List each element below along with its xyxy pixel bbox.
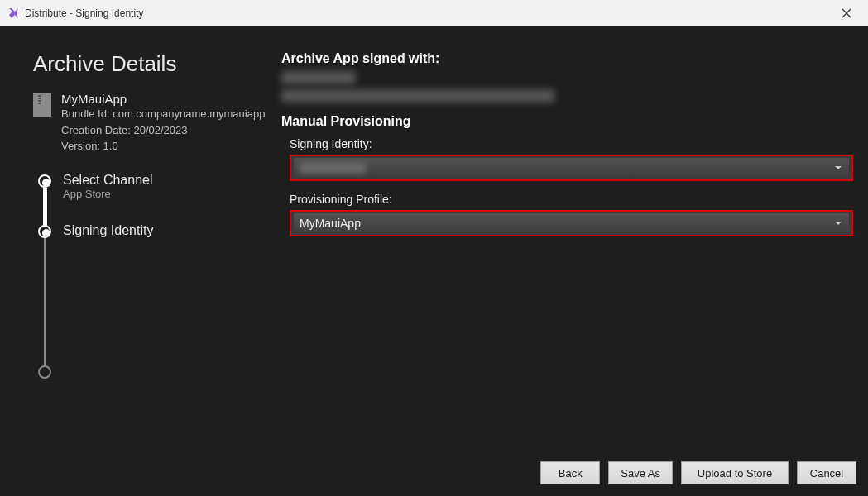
redacted-text [281, 89, 554, 103]
provisioning-profile-field: Provisioning Profile: MyMauiApp [290, 193, 853, 236]
right-panel: Archive App signed with: Manual Provisio… [281, 51, 861, 440]
signed-with-heading: Archive App signed with: [281, 51, 853, 66]
step-select-channel[interactable]: Select Channel App Store [38, 173, 281, 200]
version: Version: 1.0 [61, 138, 265, 155]
step-dot-icon [38, 365, 51, 379]
stepper: Select Channel App Store Signing Identit… [33, 173, 281, 389]
step-future [38, 364, 281, 389]
upload-to-store-button[interactable]: Upload to Store [681, 461, 789, 484]
provisioning-profile-dropdown[interactable]: MyMauiApp [290, 210, 853, 236]
chevron-down-icon [835, 166, 842, 169]
titlebar: Distribute - Signing Identity [0, 0, 868, 26]
chevron-down-icon [835, 222, 842, 225]
signing-identity-value [300, 162, 366, 174]
window-title: Distribute - Signing Identity [25, 7, 143, 19]
manual-provisioning-heading: Manual Provisioning [281, 114, 853, 129]
signing-identity-field: Signing Identity: [290, 137, 853, 181]
redacted-text [281, 71, 356, 84]
step-signing-identity[interactable]: Signing Identity [38, 223, 281, 248]
bundle-id: Bundle Id: com.companyname.mymauiapp [61, 106, 265, 122]
content-area: Archive Details MyMauiApp Bundle Id: com… [0, 26, 868, 440]
signing-identity-dropdown[interactable] [290, 155, 853, 181]
archive-icon [33, 93, 51, 117]
archive-details-heading: Archive Details [33, 51, 281, 77]
step-title: Signing Identity [63, 223, 281, 238]
cancel-button[interactable]: Cancel [797, 461, 856, 484]
back-button[interactable]: Back [540, 461, 600, 484]
save-as-button[interactable]: Save As [608, 461, 673, 484]
app-info: MyMauiApp Bundle Id: com.companyname.mym… [33, 92, 281, 155]
step-subtitle: App Store [63, 188, 281, 200]
creation-date: Creation Date: 20/02/2023 [61, 122, 265, 139]
signing-identity-label: Signing Identity: [290, 137, 853, 150]
app-icon [7, 7, 20, 20]
step-dot-icon [38, 225, 51, 238]
provisioning-profile-value: MyMauiApp [300, 217, 361, 230]
step-title: Select Channel [63, 173, 281, 188]
provisioning-profile-label: Provisioning Profile: [290, 193, 853, 206]
footer-buttons: Back Save As Upload to Store Cancel [540, 461, 856, 484]
left-panel: Archive Details MyMauiApp Bundle Id: com… [33, 51, 281, 440]
close-button[interactable] [830, 0, 863, 26]
step-dot-icon [38, 174, 51, 188]
app-name: MyMauiApp [61, 92, 265, 106]
